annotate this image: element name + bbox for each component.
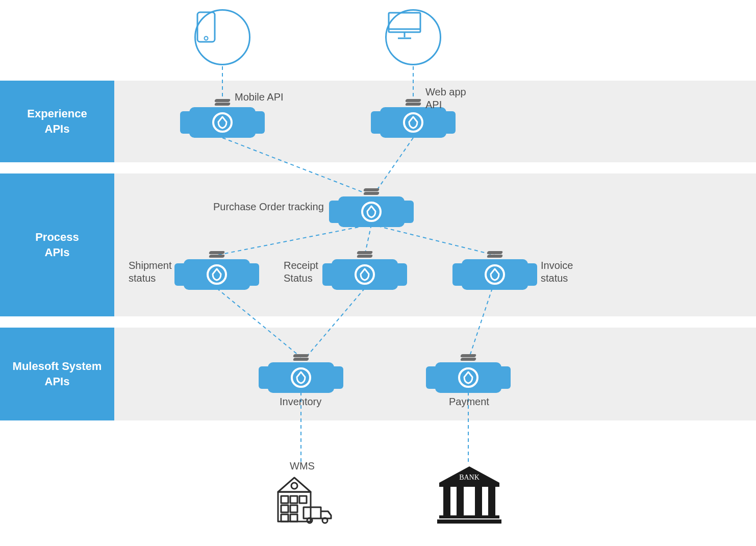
svg-line-3 [375, 138, 413, 193]
desktop-client-icon [385, 9, 441, 65]
payment-node [435, 357, 501, 393]
svg-line-9 [469, 288, 492, 357]
svg-rect-34 [457, 487, 464, 515]
api-led-diagram: Experience APIs Process APIs Mulesoft Sy… [0, 0, 756, 546]
svg-point-20 [291, 483, 297, 489]
svg-marker-18 [278, 478, 311, 492]
wms-label: WMS [290, 460, 315, 472]
svg-rect-36 [488, 487, 495, 515]
svg-rect-33 [443, 487, 450, 515]
svg-rect-37 [439, 515, 499, 518]
svg-rect-26 [281, 514, 288, 522]
svg-rect-32 [439, 483, 499, 487]
invoice-label: Invoice status [541, 259, 573, 285]
shipment-label: Shipment status [129, 259, 172, 285]
svg-line-8 [306, 288, 365, 357]
svg-rect-23 [299, 496, 307, 503]
bank-text: BANK [459, 474, 480, 481]
svg-rect-22 [290, 496, 297, 503]
svg-line-4 [217, 225, 371, 255]
mobile-api-label: Mobile API [235, 91, 284, 104]
mobile-api-node [189, 102, 256, 138]
inventory-label: Inventory [280, 396, 321, 408]
invoice-node [462, 254, 528, 290]
po-tracking-label: Purchase Order tracking [213, 201, 324, 213]
po-tracking-node [338, 191, 405, 227]
receipt-node [332, 254, 398, 290]
svg-rect-21 [281, 496, 288, 503]
shipment-node [184, 254, 250, 290]
svg-line-7 [217, 288, 301, 357]
svg-rect-35 [475, 487, 482, 515]
svg-line-5 [365, 225, 371, 255]
svg-rect-28 [304, 507, 321, 518]
payment-label: Payment [449, 396, 489, 408]
svg-line-6 [371, 225, 495, 255]
mobile-client-icon [194, 9, 250, 65]
svg-rect-24 [281, 505, 288, 512]
svg-point-29 [307, 518, 312, 523]
webapp-api-label: Web app API [425, 86, 466, 111]
svg-rect-27 [290, 514, 297, 522]
receipt-label: Receipt Status [284, 259, 318, 285]
svg-point-13 [205, 37, 208, 40]
inventory-node [268, 357, 334, 393]
svg-rect-25 [290, 505, 297, 512]
svg-point-30 [322, 518, 327, 523]
svg-line-2 [222, 138, 367, 194]
svg-rect-12 [197, 12, 215, 42]
svg-rect-38 [437, 519, 501, 524]
